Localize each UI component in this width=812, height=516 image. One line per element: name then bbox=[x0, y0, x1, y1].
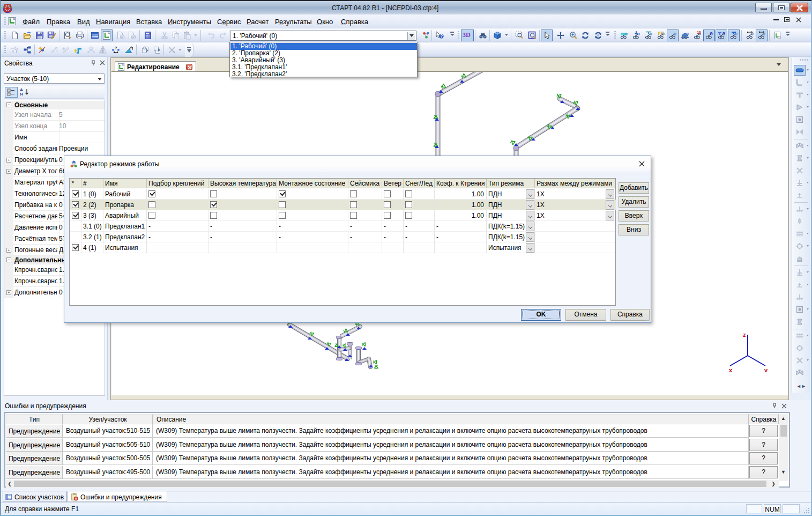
svg-text:x: x bbox=[729, 367, 733, 372]
svg-text:z: z bbox=[743, 331, 746, 338]
svg-text:a: a bbox=[710, 31, 713, 35]
svg-text:[O]: [O] bbox=[658, 31, 664, 35]
svg-text:10: 10 bbox=[697, 31, 701, 34]
svg-text:v: v bbox=[764, 367, 768, 372]
svg-text:a: a bbox=[722, 31, 725, 35]
